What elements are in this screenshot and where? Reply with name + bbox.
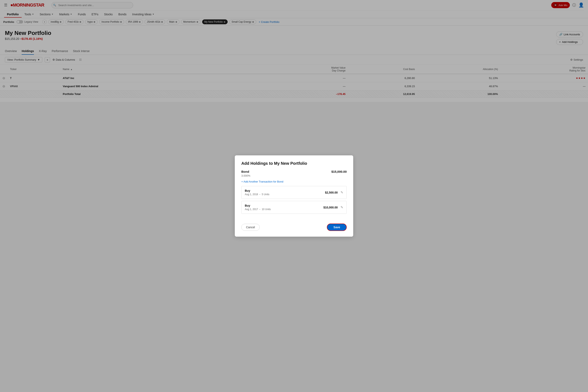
modal-overlay[interactable]: Add Holdings to My New Portfolio Bond $1… <box>0 0 588 108</box>
